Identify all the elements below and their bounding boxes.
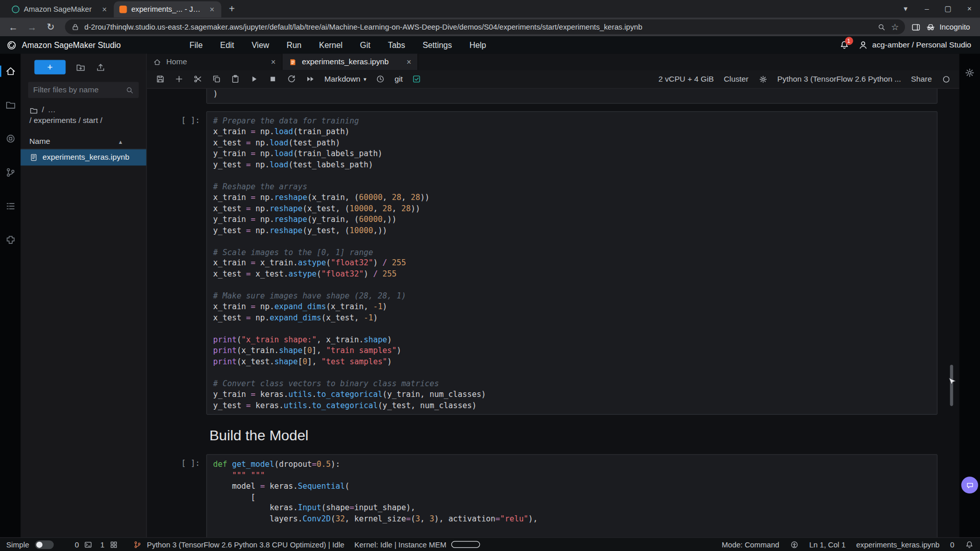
doc-tab-home[interactable]: Home × [147, 54, 283, 70]
paste-cell-icon[interactable] [231, 74, 240, 84]
home-tab-icon [153, 58, 161, 66]
rail-git-icon[interactable] [5, 167, 16, 178]
chat-widget-button[interactable] [961, 477, 978, 493]
doc-tab-notebook[interactable]: experiments_keras.ipynb × [282, 54, 418, 70]
active-filename[interactable]: experiments_keras.ipynb [856, 540, 939, 549]
add-cell-icon[interactable] [175, 74, 184, 84]
file-browser-actions: + [20, 54, 146, 78]
url-text: d-2rou7thinqlw.studio.us-east-2.sagemake… [84, 22, 872, 31]
address-bar[interactable]: d-2rou7thinqlw.studio.us-east-2.sagemake… [65, 19, 905, 34]
zoom-icon[interactable] [877, 23, 886, 31]
menu-help[interactable]: Help [461, 40, 495, 49]
rail-file-browser-icon[interactable] [5, 99, 16, 111]
side-panel-icon[interactable] [912, 22, 921, 31]
menu-git[interactable]: Git [351, 40, 379, 49]
code-cell-prepare-data[interactable]: [ ]: # Prepare the data for trainingx_tr… [147, 111, 938, 415]
window-maximize-button[interactable]: ▢ [938, 5, 959, 13]
tab-search-icon[interactable]: ▾ [895, 5, 916, 13]
git-branch-icon[interactable] [133, 540, 142, 549]
window-minimize-button[interactable]: – [916, 5, 938, 13]
kernel-count: 1 [100, 540, 104, 549]
run-cell-icon[interactable] [250, 74, 259, 84]
doc-tab-label: experiments_keras.ipynb [302, 58, 401, 66]
cut-cell-icon[interactable] [193, 74, 202, 84]
save-icon[interactable] [156, 74, 165, 84]
tab-close-icon[interactable]: × [208, 5, 215, 14]
code-editor[interactable]: def get_model(dropout=0.5): """ """ mode… [206, 454, 938, 537]
code-cell-build-model[interactable]: [ ]: def get_model(dropout=0.5): """ """… [147, 454, 938, 537]
terminal-icon[interactable] [84, 540, 93, 549]
menu-edit[interactable]: Edit [211, 40, 243, 49]
cell-type-value: Markdown [325, 74, 361, 83]
file-list-item-selected[interactable]: experiments_keras.ipynb [20, 149, 146, 166]
forward-button[interactable]: → [24, 19, 40, 35]
menu-view[interactable]: View [243, 40, 278, 49]
copy-cell-icon[interactable] [212, 74, 221, 84]
sagemaker-menubar: Amazon SageMaker Studio File Edit View R… [0, 36, 980, 54]
breadcrumb-path[interactable]: / experiments / start / [30, 116, 103, 127]
status-bar-right: Mode: Command Ln 1, Col 1 experiments_ke… [722, 540, 974, 549]
checkpoint-icon[interactable] [412, 74, 421, 84]
cluster-label[interactable]: Cluster [724, 74, 748, 83]
new-tab-button[interactable]: + [224, 1, 240, 17]
accessibility-icon[interactable] [790, 540, 799, 549]
restart-run-all-icon[interactable] [306, 74, 315, 84]
rail-toc-icon[interactable] [5, 201, 16, 212]
account-menu[interactable]: acg-amber / Personal Studio [858, 40, 971, 50]
window-close-button[interactable]: × [959, 5, 980, 13]
reload-button[interactable]: ↻ [42, 19, 59, 35]
doc-tab-close-icon[interactable]: × [406, 57, 411, 66]
kernel-selector[interactable]: Python 3 (TensorFlow 2.6 Python ... [777, 74, 901, 83]
kernel-status-icon[interactable] [942, 74, 950, 83]
menu-settings[interactable]: Settings [414, 40, 461, 49]
code-cell-partial[interactable]: ) [147, 89, 938, 104]
rail-extensions-icon[interactable] [5, 234, 16, 245]
breadcrumb-root[interactable]: / [42, 105, 44, 116]
browser-tabstrip: Amazon SageMaker × experiments_... - Jup… [0, 0, 980, 17]
rail-home-icon[interactable] [5, 66, 16, 77]
notifications-button[interactable]: 1 [839, 40, 849, 50]
terminal-count: 0 [75, 540, 79, 549]
restart-kernel-icon[interactable] [287, 74, 296, 84]
menu-file[interactable]: File [181, 40, 211, 49]
markdown-heading[interactable]: Build the Model [209, 428, 959, 444]
gear-icon[interactable] [758, 74, 767, 83]
doc-tab-close-icon[interactable]: × [271, 57, 276, 66]
menu-tabs[interactable]: Tabs [379, 40, 414, 49]
cell-prompt: [ ]: [147, 111, 206, 415]
share-button[interactable]: Share [911, 74, 932, 83]
cursor-position[interactable]: Ln 1, Col 1 [810, 540, 846, 549]
simple-mode-label: Simple [6, 540, 29, 549]
code-editor[interactable]: # Prepare the data for trainingx_train =… [206, 111, 938, 415]
kernel-status-text[interactable]: Python 3 (TensorFlow 2.6 Python 3.8 CPU … [147, 540, 345, 549]
simple-mode-toggle[interactable] [35, 540, 54, 549]
rail-running-sessions-icon[interactable] [5, 133, 16, 144]
folder-icon[interactable] [30, 106, 38, 115]
bookmark-star-icon[interactable]: ☆ [891, 22, 899, 32]
tab-close-icon[interactable]: × [101, 5, 108, 14]
upload-icon[interactable] [95, 62, 106, 72]
sessions-grid-icon[interactable] [109, 540, 118, 549]
instance-type-label[interactable]: 2 vCPU + 4 GiB [658, 74, 714, 83]
menu-run[interactable]: Run [278, 40, 310, 49]
menu-kernel[interactable]: Kernel [310, 40, 351, 49]
file-filter-box [28, 82, 139, 98]
mode-indicator[interactable]: Mode: Command [722, 540, 779, 549]
back-button[interactable]: ← [5, 19, 21, 35]
git-toolbar-label[interactable]: git [395, 74, 403, 83]
new-folder-icon[interactable] [76, 62, 86, 72]
stop-kernel-icon[interactable] [268, 74, 277, 84]
breadcrumb-ellipsis[interactable]: … [48, 105, 56, 116]
file-list-header[interactable]: Name ▴ [20, 134, 146, 149]
new-launcher-button[interactable]: + [34, 60, 65, 74]
lock-icon [71, 23, 80, 31]
notebook-scroll-area[interactable]: ) [ ]: # Prepare the data for trainingx_… [147, 89, 960, 537]
cell-type-dropdown[interactable]: Markdown ▾ [325, 74, 366, 83]
settings-gear-icon[interactable] [964, 67, 975, 78]
status-bell-icon[interactable] [965, 540, 974, 549]
file-filter-input[interactable] [33, 86, 126, 94]
browser-tab-sagemaker[interactable]: Amazon SageMaker × [6, 1, 114, 17]
code-editor[interactable]: ) [206, 89, 938, 104]
history-clock-icon[interactable] [376, 74, 385, 84]
browser-tab-jupyterlab[interactable]: experiments_... - JupyterLab × [114, 1, 222, 17]
